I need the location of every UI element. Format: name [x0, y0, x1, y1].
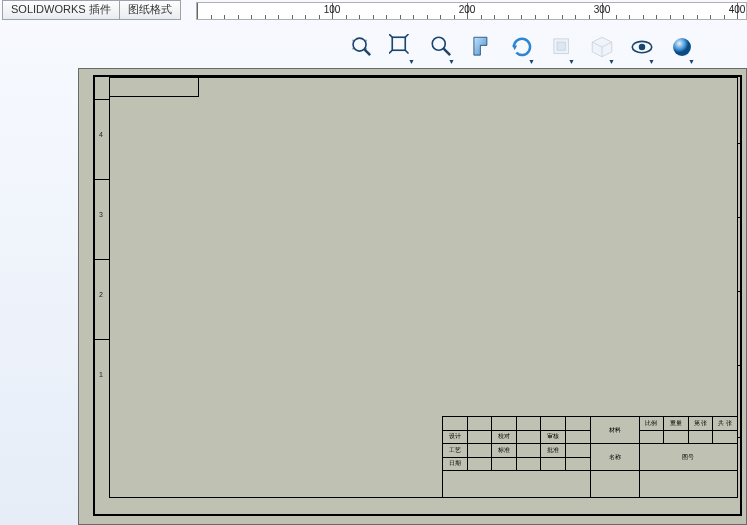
titleblock-cell [517, 417, 542, 431]
hide-show-button[interactable]: ▼ [625, 31, 659, 65]
zoom-to-fit-icon [349, 34, 375, 62]
tab-solidworks-addins[interactable]: SOLIDWORKS 插件 [2, 0, 120, 20]
titleblock-label: 日期 [443, 458, 468, 472]
titleblock-cell [713, 431, 738, 445]
titleblock-label: 材料 [591, 417, 640, 444]
revision-row: 签名- [78, 404, 79, 420]
svg-line-4 [444, 49, 451, 56]
svg-point-0 [353, 38, 366, 51]
rm-tick [738, 437, 742, 438]
titleblock-label: 审核 [541, 431, 566, 445]
revision-row: 批准- [78, 468, 79, 484]
titleblock-cell [517, 458, 542, 472]
display-style-button: ▼ [585, 31, 619, 65]
titleblock-cell [517, 444, 542, 458]
zone-index-cell: 4 [93, 99, 109, 169]
dropdown-caret-icon: ▼ [608, 58, 615, 65]
titleblock-cell [468, 417, 493, 431]
title-block: 材料比例重量第 张共 张设计校对审核工艺标准批准名称图号日期 [442, 416, 738, 498]
revision-row: 日期- [78, 484, 79, 500]
dropdown-caret-icon: ▼ [448, 58, 455, 65]
titleblock-cell [541, 417, 566, 431]
titleblock-cell [468, 444, 493, 458]
titleblock-cell [492, 417, 517, 431]
titleblock-cell [566, 431, 591, 445]
svg-point-11 [639, 44, 646, 51]
revision-row: 更改日期- [78, 388, 79, 404]
horizontal-ruler[interactable]: 100200300400 [196, 2, 747, 20]
rm-tick [738, 217, 742, 218]
svg-line-1 [364, 49, 370, 55]
dropdown-caret-icon: ▼ [648, 58, 655, 65]
rm-tick [738, 365, 742, 366]
sheet-notch [109, 77, 199, 97]
titleblock-cell [468, 458, 493, 472]
titleblock-label: 工艺 [443, 444, 468, 458]
titleblock-cell [443, 471, 591, 498]
appearance-button[interactable]: ▼ [665, 31, 699, 65]
rm-tick [738, 291, 742, 292]
titleblock-cell [566, 417, 591, 431]
ruler-label: 200 [459, 4, 476, 15]
titleblock-label: 重量 [664, 417, 689, 431]
ruler-label: 100 [324, 4, 341, 15]
titleblock-label: 第 张 [689, 417, 714, 431]
titleblock-label: 批准 [541, 444, 566, 458]
titleblock-cell [492, 458, 517, 472]
svg-point-3 [432, 37, 445, 50]
revision-row: 工艺- [78, 500, 79, 516]
rotate-button[interactable]: ▼ [505, 31, 539, 65]
dropdown-caret-icon: ▼ [528, 58, 535, 65]
titleblock-cell [443, 417, 468, 431]
zoom-dynamic-button[interactable]: ▼ [425, 31, 459, 65]
zone-index-cell: 3 [93, 179, 109, 249]
titleblock-label: 标准 [492, 444, 517, 458]
svg-rect-7 [557, 42, 565, 50]
svg-point-12 [673, 38, 691, 56]
titleblock-label: 图号 [640, 444, 738, 471]
tab-sheet-format[interactable]: 图纸格式 [120, 0, 181, 20]
titleblock-label: 名称 [591, 444, 640, 471]
titleblock-cell [541, 458, 566, 472]
titleblock-cell [566, 458, 591, 472]
revision-table: 更改号-更改日期-签名-校核-审核-标准化-批准-日期-工艺- [78, 372, 79, 516]
titleblock-cell [517, 431, 542, 445]
revision-row: 审核- [78, 436, 79, 452]
dropdown-caret-icon: ▼ [688, 58, 695, 65]
titleblock-cell [689, 431, 714, 445]
section-view-button[interactable] [465, 31, 499, 65]
titleblock-cell [591, 471, 640, 498]
dropdown-caret-icon: ▼ [568, 58, 575, 65]
drawing-canvas[interactable]: 4321 更改号-更改日期-签名-校核-审核-标准化-批准-日期-工艺- 材料比… [78, 68, 747, 525]
titleblock-label: 比例 [640, 417, 665, 431]
titleblock-label: 共 张 [713, 417, 738, 431]
zone-index-cell: 1 [93, 339, 109, 409]
zoom-to-fit-button[interactable] [345, 31, 379, 65]
titleblock-cell [640, 471, 738, 498]
ruler-label: 400 [729, 4, 746, 15]
titleblock-cell [468, 431, 493, 445]
revision-row: 校核- [78, 420, 79, 436]
section-view-icon [469, 34, 495, 62]
titleblock-cell [664, 431, 689, 445]
titleblock-label: 设计 [443, 431, 468, 445]
view-toolbar: ▼▼▼▼▼▼▼ [345, 30, 699, 66]
zoom-area-button[interactable]: ▼ [385, 31, 419, 65]
view-orient-button: ▼ [545, 31, 579, 65]
dropdown-caret-icon: ▼ [408, 58, 415, 65]
svg-rect-2 [392, 37, 405, 50]
revision-row: 标准化- [78, 452, 79, 468]
titleblock-cell [566, 444, 591, 458]
rm-tick [738, 143, 742, 144]
zone-index-cell: 2 [93, 259, 109, 329]
ruler-label: 300 [594, 4, 611, 15]
titleblock-label: 校对 [492, 431, 517, 445]
titleblock-cell [640, 431, 665, 445]
revision-row: 更改号- [78, 372, 79, 388]
svg-marker-5 [512, 45, 517, 50]
